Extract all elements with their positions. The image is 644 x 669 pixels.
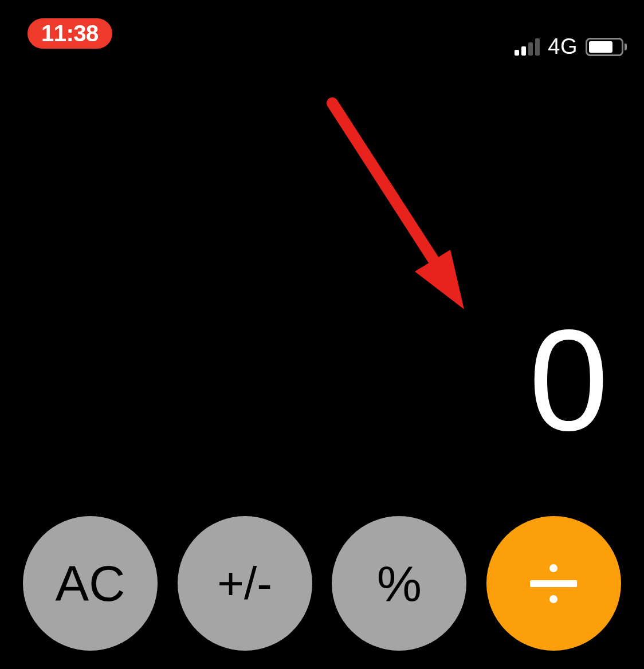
divide-button[interactable]: [486, 516, 621, 651]
calculator-button-row: AC +/- %: [23, 516, 621, 651]
status-time-pill[interactable]: 11:38: [28, 18, 112, 49]
divide-icon: [528, 558, 579, 609]
svg-line-0: [332, 103, 447, 281]
percent-button[interactable]: %: [332, 516, 466, 651]
status-right: 4G: [515, 34, 627, 59]
svg-marker-1: [415, 250, 464, 309]
annotation-arrow-icon: [321, 92, 493, 332]
status-bar: 11:38 4G: [0, 0, 644, 57]
network-type-label: 4G: [548, 34, 578, 59]
cellular-signal-icon: [515, 38, 540, 56]
battery-icon: [586, 38, 627, 56]
calculator-display[interactable]: 0: [529, 309, 604, 452]
sign-toggle-button[interactable]: +/-: [178, 516, 312, 651]
clear-button[interactable]: AC: [23, 516, 158, 651]
